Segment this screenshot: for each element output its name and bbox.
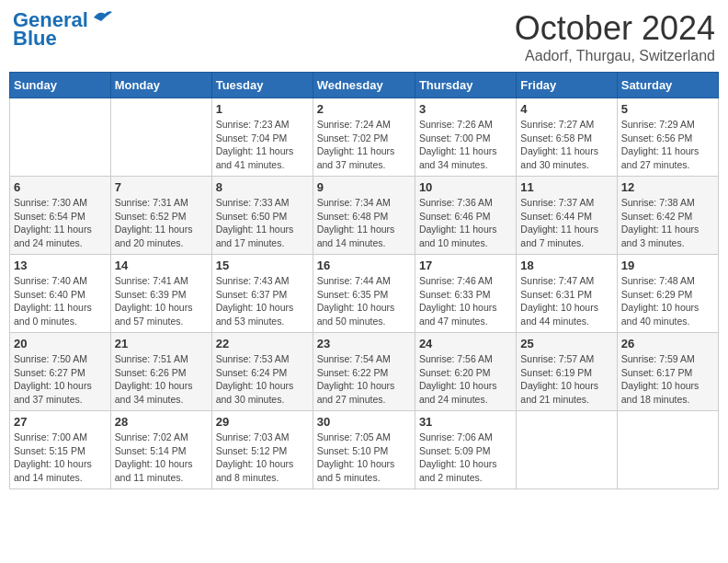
day-number: 19	[621, 259, 714, 272]
calendar-cell: 7Sunrise: 7:31 AM Sunset: 6:52 PM Daylig…	[110, 177, 211, 255]
day-detail: Sunrise: 7:41 AM Sunset: 6:39 PM Dayligh…	[115, 274, 208, 328]
day-number: 10	[419, 180, 512, 194]
weekday-header-cell: Saturday	[617, 73, 718, 98]
calendar-cell: 23Sunrise: 7:54 AM Sunset: 6:22 PM Dayli…	[313, 333, 415, 411]
calendar-week-row: 27Sunrise: 7:00 AM Sunset: 5:15 PM Dayli…	[10, 411, 719, 489]
day-detail: Sunrise: 7:40 AM Sunset: 6:40 PM Dayligh…	[14, 274, 107, 328]
calendar-cell	[110, 98, 211, 177]
day-detail: Sunrise: 7:38 AM Sunset: 6:42 PM Dayligh…	[621, 196, 714, 250]
weekday-header-cell: Sunday	[10, 73, 111, 98]
location-title: Aadorf, Thurgau, Switzerland	[515, 48, 715, 64]
calendar-cell: 16Sunrise: 7:44 AM Sunset: 6:35 PM Dayli…	[313, 255, 415, 333]
day-detail: Sunrise: 7:43 AM Sunset: 6:37 PM Dayligh…	[216, 274, 309, 328]
day-number: 30	[317, 415, 411, 429]
logo: General Blue	[13, 9, 112, 50]
day-number: 15	[216, 259, 309, 272]
calendar-cell: 17Sunrise: 7:46 AM Sunset: 6:33 PM Dayli…	[415, 255, 516, 333]
day-detail: Sunrise: 7:31 AM Sunset: 6:52 PM Dayligh…	[115, 196, 208, 250]
day-number: 31	[419, 415, 512, 429]
day-number: 18	[520, 259, 612, 272]
calendar-cell: 12Sunrise: 7:38 AM Sunset: 6:42 PM Dayli…	[617, 177, 718, 255]
day-detail: Sunrise: 7:24 AM Sunset: 7:02 PM Dayligh…	[317, 118, 411, 172]
day-detail: Sunrise: 7:26 AM Sunset: 7:00 PM Dayligh…	[419, 118, 512, 172]
day-detail: Sunrise: 7:03 AM Sunset: 5:12 PM Dayligh…	[216, 431, 309, 485]
calendar-cell: 14Sunrise: 7:41 AM Sunset: 6:39 PM Dayli…	[110, 255, 211, 333]
day-number: 20	[14, 337, 107, 350]
day-number: 2	[317, 102, 411, 116]
calendar-week-row: 13Sunrise: 7:40 AM Sunset: 6:40 PM Dayli…	[10, 255, 719, 333]
day-detail: Sunrise: 7:46 AM Sunset: 6:33 PM Dayligh…	[419, 274, 512, 328]
month-title: October 2024	[515, 9, 715, 48]
weekday-header-row: SundayMondayTuesdayWednesdayThursdayFrid…	[10, 73, 719, 98]
day-detail: Sunrise: 7:30 AM Sunset: 6:54 PM Dayligh…	[14, 196, 107, 250]
calendar-cell: 5Sunrise: 7:29 AM Sunset: 6:56 PM Daylig…	[617, 98, 718, 177]
day-detail: Sunrise: 7:33 AM Sunset: 6:50 PM Dayligh…	[216, 196, 309, 250]
day-number: 29	[216, 415, 309, 429]
calendar-cell: 4Sunrise: 7:27 AM Sunset: 6:58 PM Daylig…	[517, 98, 617, 177]
day-detail: Sunrise: 7:56 AM Sunset: 6:20 PM Dayligh…	[419, 352, 512, 407]
calendar-cell: 6Sunrise: 7:30 AM Sunset: 6:54 PM Daylig…	[10, 177, 111, 255]
calendar-cell: 30Sunrise: 7:05 AM Sunset: 5:10 PM Dayli…	[313, 411, 415, 489]
day-detail: Sunrise: 7:50 AM Sunset: 6:27 PM Dayligh…	[14, 352, 107, 407]
day-detail: Sunrise: 7:53 AM Sunset: 6:24 PM Dayligh…	[216, 352, 309, 407]
day-detail: Sunrise: 7:44 AM Sunset: 6:35 PM Dayligh…	[317, 274, 411, 328]
calendar-cell: 8Sunrise: 7:33 AM Sunset: 6:50 PM Daylig…	[211, 177, 313, 255]
calendar-week-row: 20Sunrise: 7:50 AM Sunset: 6:27 PM Dayli…	[10, 333, 719, 411]
day-number: 7	[115, 180, 208, 194]
weekday-header-cell: Thursday	[415, 73, 516, 98]
logo-blue: Blue	[13, 28, 57, 50]
day-detail: Sunrise: 7:57 AM Sunset: 6:19 PM Dayligh…	[520, 352, 612, 407]
calendar-cell	[517, 411, 617, 489]
calendar-cell	[617, 411, 718, 489]
day-detail: Sunrise: 7:51 AM Sunset: 6:26 PM Dayligh…	[115, 352, 208, 407]
calendar-week-row: 6Sunrise: 7:30 AM Sunset: 6:54 PM Daylig…	[10, 177, 719, 255]
calendar-week-row: 1Sunrise: 7:23 AM Sunset: 7:04 PM Daylig…	[10, 98, 719, 177]
day-number: 11	[520, 180, 612, 194]
calendar-cell: 26Sunrise: 7:59 AM Sunset: 6:17 PM Dayli…	[617, 333, 718, 411]
day-number: 14	[115, 259, 208, 272]
day-number: 3	[419, 102, 512, 116]
logo-bird-icon	[92, 8, 112, 25]
calendar-cell: 19Sunrise: 7:48 AM Sunset: 6:29 PM Dayli…	[617, 255, 718, 333]
day-number: 17	[419, 259, 512, 272]
day-detail: Sunrise: 7:54 AM Sunset: 6:22 PM Dayligh…	[317, 352, 411, 407]
day-detail: Sunrise: 7:29 AM Sunset: 6:56 PM Dayligh…	[621, 118, 714, 172]
page-header: General Blue October 2024 Aadorf, Thurga…	[9, 9, 719, 64]
day-number: 1	[216, 102, 309, 116]
day-detail: Sunrise: 7:23 AM Sunset: 7:04 PM Dayligh…	[216, 118, 309, 172]
day-detail: Sunrise: 7:36 AM Sunset: 6:46 PM Dayligh…	[419, 196, 512, 250]
day-number: 16	[317, 259, 411, 272]
day-detail: Sunrise: 7:48 AM Sunset: 6:29 PM Dayligh…	[621, 274, 714, 328]
day-number: 24	[419, 337, 512, 350]
calendar-cell: 2Sunrise: 7:24 AM Sunset: 7:02 PM Daylig…	[313, 98, 415, 177]
day-detail: Sunrise: 7:00 AM Sunset: 5:15 PM Dayligh…	[14, 431, 107, 485]
calendar-table: SundayMondayTuesdayWednesdayThursdayFrid…	[9, 72, 719, 489]
day-number: 28	[115, 415, 208, 429]
calendar-cell: 15Sunrise: 7:43 AM Sunset: 6:37 PM Dayli…	[211, 255, 313, 333]
day-detail: Sunrise: 7:59 AM Sunset: 6:17 PM Dayligh…	[621, 352, 714, 407]
calendar-cell: 3Sunrise: 7:26 AM Sunset: 7:00 PM Daylig…	[415, 98, 516, 177]
calendar-cell: 11Sunrise: 7:37 AM Sunset: 6:44 PM Dayli…	[517, 177, 617, 255]
calendar-cell: 10Sunrise: 7:36 AM Sunset: 6:46 PM Dayli…	[415, 177, 516, 255]
day-number: 26	[621, 337, 714, 350]
day-number: 13	[14, 259, 107, 272]
day-detail: Sunrise: 7:02 AM Sunset: 5:14 PM Dayligh…	[115, 431, 208, 485]
calendar-cell: 28Sunrise: 7:02 AM Sunset: 5:14 PM Dayli…	[110, 411, 211, 489]
day-number: 6	[14, 180, 107, 194]
day-number: 27	[14, 415, 107, 429]
calendar-cell: 24Sunrise: 7:56 AM Sunset: 6:20 PM Dayli…	[415, 333, 516, 411]
calendar-cell: 31Sunrise: 7:06 AM Sunset: 5:09 PM Dayli…	[415, 411, 516, 489]
day-detail: Sunrise: 7:37 AM Sunset: 6:44 PM Dayligh…	[520, 196, 612, 250]
title-block: October 2024 Aadorf, Thurgau, Switzerlan…	[515, 9, 715, 64]
calendar-cell: 13Sunrise: 7:40 AM Sunset: 6:40 PM Dayli…	[10, 255, 111, 333]
calendar-cell: 1Sunrise: 7:23 AM Sunset: 7:04 PM Daylig…	[211, 98, 313, 177]
weekday-header-cell: Tuesday	[211, 73, 313, 98]
calendar-cell: 18Sunrise: 7:47 AM Sunset: 6:31 PM Dayli…	[517, 255, 617, 333]
day-detail: Sunrise: 7:47 AM Sunset: 6:31 PM Dayligh…	[520, 274, 612, 328]
day-number: 4	[520, 102, 612, 116]
weekday-header-cell: Monday	[110, 73, 211, 98]
day-detail: Sunrise: 7:06 AM Sunset: 5:09 PM Dayligh…	[419, 431, 512, 485]
weekday-header-cell: Friday	[517, 73, 617, 98]
day-detail: Sunrise: 7:05 AM Sunset: 5:10 PM Dayligh…	[317, 431, 411, 485]
day-detail: Sunrise: 7:34 AM Sunset: 6:48 PM Dayligh…	[317, 196, 411, 250]
